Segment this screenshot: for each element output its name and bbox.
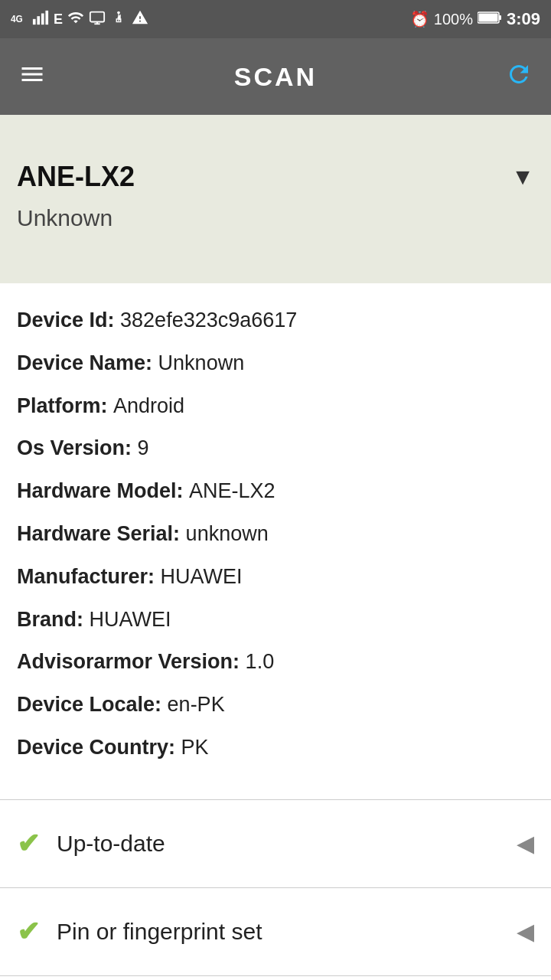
detail-hardware-serial: Hardware Serial: unknown [17, 520, 534, 549]
check-label-uptodate: Up-to-date [57, 831, 165, 857]
signal-bars-icon [32, 9, 49, 30]
svg-rect-12 [499, 15, 501, 20]
divider-3 [0, 975, 551, 976]
detail-device-locale: Device Locale: en-PK [17, 691, 534, 720]
device-header: ANE-LX2 ▼ Unknown [0, 115, 551, 283]
svg-text:4G: 4G [11, 13, 23, 24]
device-model: ANE-LX2 [17, 161, 135, 193]
edge-icon: E [54, 11, 63, 28]
status-left: 4G E [11, 9, 148, 30]
app-bar: SCAN [0, 38, 551, 115]
svg-rect-1 [33, 18, 36, 24]
usb-icon [110, 9, 127, 30]
chevron-left-icon-uptodate: ◀ [517, 830, 534, 857]
detail-device-country: Device Country: PK [17, 733, 534, 763]
check-label-pin: Pin or fingerprint set [57, 919, 262, 945]
detail-device-id: Device Id: 382efe323c9a6617 [17, 306, 534, 335]
status-bar: 4G E ⏰ 100% [0, 0, 551, 38]
details-section: Device Id: 382efe323c9a6617 Device Name:… [0, 283, 551, 799]
svg-rect-5 [90, 11, 104, 21]
app-title: SCAN [234, 62, 317, 92]
detail-advisorarmor-version: Advisorarmor Version: 1.0 [17, 648, 534, 677]
detail-hardware-model: Hardware Model: ANE-LX2 [17, 477, 534, 506]
check-item-uptodate[interactable]: ✔ Up-to-date ◀ [0, 800, 551, 887]
check-icon-uptodate: ✔ [17, 828, 40, 860]
check-item-pin[interactable]: ✔ Pin or fingerprint set ◀ [0, 888, 551, 975]
wifi-icon [67, 9, 84, 30]
screen-icon [89, 9, 106, 30]
refresh-button[interactable] [505, 60, 533, 93]
dropdown-icon[interactable]: ▼ [511, 164, 534, 190]
device-status: Unknown [17, 205, 112, 230]
battery-icon [478, 11, 502, 28]
menu-button[interactable] [18, 60, 46, 93]
alarm-icon: ⏰ [410, 10, 429, 28]
svg-rect-2 [37, 16, 40, 24]
svg-rect-13 [478, 13, 497, 21]
detail-os-version: Os Version: 9 [17, 434, 534, 463]
detail-manufacturer: Manufacturer: HUAWEI [17, 563, 534, 592]
signal-4g-icon: 4G [11, 9, 28, 30]
alert-icon [132, 9, 148, 30]
detail-device-name: Device Name: Unknown [17, 349, 534, 378]
status-right: ⏰ 100% 3:09 [410, 9, 540, 29]
svg-rect-3 [41, 13, 44, 24]
battery-percent: 100% [434, 11, 473, 28]
time-display: 3:09 [507, 9, 540, 29]
svg-point-8 [117, 11, 120, 14]
detail-platform: Platform: Android [17, 392, 534, 421]
device-name-row: ANE-LX2 ▼ [17, 161, 534, 193]
chevron-left-icon-pin: ◀ [517, 918, 534, 945]
check-icon-pin: ✔ [17, 916, 40, 948]
svg-rect-4 [45, 10, 48, 24]
detail-brand: Brand: HUAWEI [17, 606, 534, 635]
